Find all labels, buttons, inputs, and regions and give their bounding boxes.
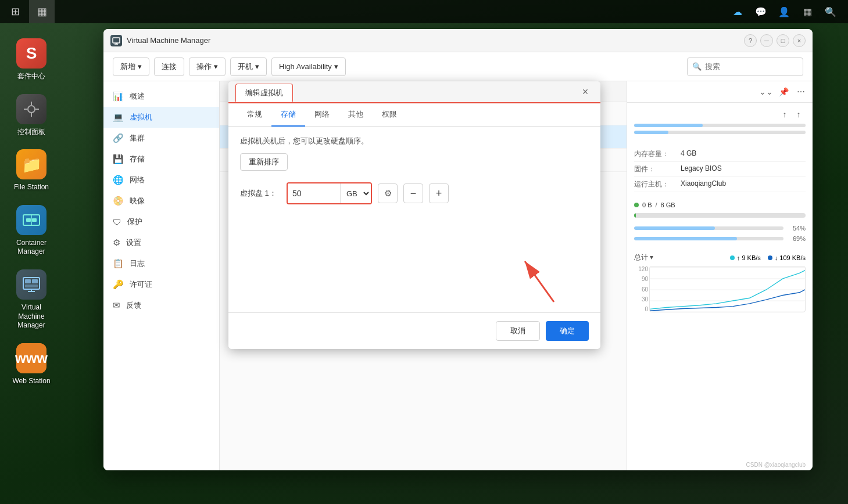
logs-icon: 📋	[113, 258, 124, 269]
disk-input-group: MB GB TB	[287, 182, 372, 204]
sidebar-item-image[interactable]: 📀 映像	[103, 190, 219, 211]
taskbar-left-icons: ⊞ ▦	[0, 0, 55, 23]
apps-grid-button[interactable]: ⊞	[2, 0, 28, 23]
sidebar-item-protect[interactable]: 🛡 保护	[103, 211, 219, 232]
sidebar-item-logs[interactable]: 📋 日志	[103, 253, 219, 274]
sidebar-item-network[interactable]: 🌐 网络	[103, 170, 219, 190]
dialog-content: 虚拟机关机后，您可以更改硬盘顺序。 重新排序 虚拟盘 1： MB GB TB ⚙…	[228, 127, 600, 219]
reorder-button[interactable]: 重新排序	[240, 153, 288, 171]
desktop-icon-vmm[interactable]: Virtual Machine Manager	[5, 266, 58, 334]
connect-button[interactable]: 连接	[154, 57, 184, 76]
disk-row: 虚拟盘 1： MB GB TB ⚙ − +	[240, 182, 589, 204]
user-icon[interactable]: 👤	[774, 1, 795, 22]
sidebar-item-settings[interactable]: ⚙ 设置	[103, 232, 219, 253]
vmm-icon	[16, 269, 46, 300]
disk-unit-select[interactable]: MB GB TB	[340, 183, 371, 203]
bar-row-1: 54%	[634, 225, 806, 232]
vm-icon: 💻	[113, 112, 124, 123]
ha-button[interactable]: High Availability ▾	[271, 57, 346, 76]
storage-icon: 💾	[113, 154, 124, 164]
disk-settings-button[interactable]: ⚙	[378, 183, 398, 203]
svg-rect-6	[26, 218, 31, 222]
settings-icon: ⚙	[113, 237, 120, 248]
new-button[interactable]: 新增 ▾	[113, 57, 149, 76]
svg-rect-12	[25, 285, 38, 287]
package-label: 套件中心	[17, 72, 45, 81]
cluster-icon: 🔗	[113, 133, 124, 143]
sidebar-item-feedback[interactable]: ✉ 反馈	[103, 295, 219, 316]
svg-rect-11	[32, 279, 38, 283]
maximize-button[interactable]: □	[777, 34, 789, 47]
search-bar[interactable]: 🔍	[687, 57, 803, 76]
sidebar-item-storage[interactable]: 💾 存储	[103, 149, 219, 170]
detail-info: 内存容量： 4 GB 固件： Legacy BIOS 运行主机： Xiaoqia…	[627, 142, 813, 197]
sort-icon[interactable]: ↑	[778, 107, 792, 121]
svg-point-0	[28, 106, 35, 113]
tab-general[interactable]: 常规	[238, 103, 271, 127]
search-input[interactable]	[705, 62, 798, 71]
vmm-toolbar: 新增 ▾ 连接 操作 ▾ 开机 ▾ High Availability ▾ 🔍	[103, 52, 813, 81]
window-icon[interactable]: ▦	[797, 1, 818, 22]
control-label: 控制面板	[17, 128, 45, 137]
filter-icon[interactable]: ↑	[792, 107, 806, 121]
scroll-bar-row	[634, 124, 806, 127]
sidebar-item-vm[interactable]: 💻 虚拟机	[103, 107, 219, 128]
tab-storage[interactable]: 存储	[271, 103, 305, 127]
cancel-button[interactable]: 取消	[496, 321, 540, 341]
scroll-controls: ↑ ↑	[627, 103, 813, 142]
svg-rect-7	[32, 218, 37, 222]
desktop-icon-container[interactable]: Container Manager	[5, 201, 58, 260]
dialog-close-button[interactable]: ×	[577, 84, 593, 100]
y-axis: 120 90 60 30 0	[634, 266, 648, 312]
vmm-titlebar-icon	[110, 35, 122, 46]
memory-row: 内存容量： 4 GB	[634, 147, 806, 162]
firmware-row: 固件： Legacy BIOS	[634, 162, 806, 177]
expand-icon[interactable]: ⌄⌄	[759, 85, 773, 99]
image-icon: 📀	[113, 196, 124, 206]
sidebar-item-license[interactable]: 🔑 许可证	[103, 274, 219, 295]
sidebar-item-overview[interactable]: 📊 概述	[103, 86, 219, 107]
chart-container: 120 90 60 30 0	[634, 266, 806, 312]
action-button[interactable]: 操作 ▾	[189, 57, 226, 76]
dialog-tabs: 常规 存储 网络 其他 权限	[228, 103, 600, 127]
desktop-icon-control[interactable]: 控制面板	[5, 91, 58, 141]
memory-fill	[634, 213, 636, 218]
more-options-icon[interactable]: ⋯	[794, 85, 808, 99]
host-row: 运行主机： XiaoqiangClub	[634, 177, 806, 192]
scroll-bar-1[interactable]	[634, 124, 806, 127]
filestation-label: File Station	[14, 183, 49, 192]
minimize-button[interactable]: ─	[760, 34, 773, 47]
svg-rect-10	[25, 279, 31, 283]
desktop-icon-filestation[interactable]: 📁 File Station	[5, 146, 58, 196]
chart-header: 总计 ▾ ↑ 9 KB/s ↓ 109 KB/s	[634, 253, 806, 262]
power-button[interactable]: 开机 ▾	[230, 57, 267, 76]
disk-size-input[interactable]	[288, 183, 340, 203]
scroll-bar-2[interactable]	[634, 131, 806, 134]
dialog-title-tab: 编辑虚拟机	[235, 84, 293, 102]
memory-bar: 0 B / 8 GB	[627, 197, 813, 222]
search-icon[interactable]: 🔍	[820, 1, 841, 22]
close-button[interactable]: ×	[793, 34, 806, 47]
tab-other[interactable]: 其他	[339, 103, 373, 127]
cloud-icon[interactable]: ☁	[727, 1, 748, 22]
help-button[interactable]: ?	[744, 34, 757, 47]
sidebar-item-cluster[interactable]: 🔗 集群	[103, 128, 219, 149]
chat-icon[interactable]: 💬	[750, 1, 771, 22]
active-app-button[interactable]: ▦	[29, 0, 55, 23]
taskbar-top: ⊞ ▦ ☁ 💬 👤 ▦ 🔍	[0, 0, 848, 23]
network-icon: 🌐	[113, 175, 124, 185]
desktop-sidebar: S 套件中心 控制面板 📁 File Station Container Man…	[0, 23, 63, 504]
desktop-icon-package[interactable]: S 套件中心	[5, 35, 58, 85]
disk-increase-button[interactable]: +	[429, 183, 449, 203]
tab-network[interactable]: 网络	[305, 103, 339, 127]
tab-permission[interactable]: 权限	[373, 103, 406, 127]
pin-icon[interactable]: 📌	[777, 85, 790, 99]
disk-decrease-button[interactable]: −	[403, 183, 423, 203]
search-magnify-icon: 🔍	[692, 62, 702, 71]
license-icon: 🔑	[113, 279, 124, 290]
confirm-button[interactable]: 确定	[546, 321, 589, 341]
right-panel-header: ⌄⌄ 📌 ⋯	[627, 81, 813, 103]
container-icon	[16, 205, 46, 235]
webstation-icon: www	[16, 343, 46, 373]
desktop-icon-webstation[interactable]: www Web Station	[5, 340, 58, 390]
